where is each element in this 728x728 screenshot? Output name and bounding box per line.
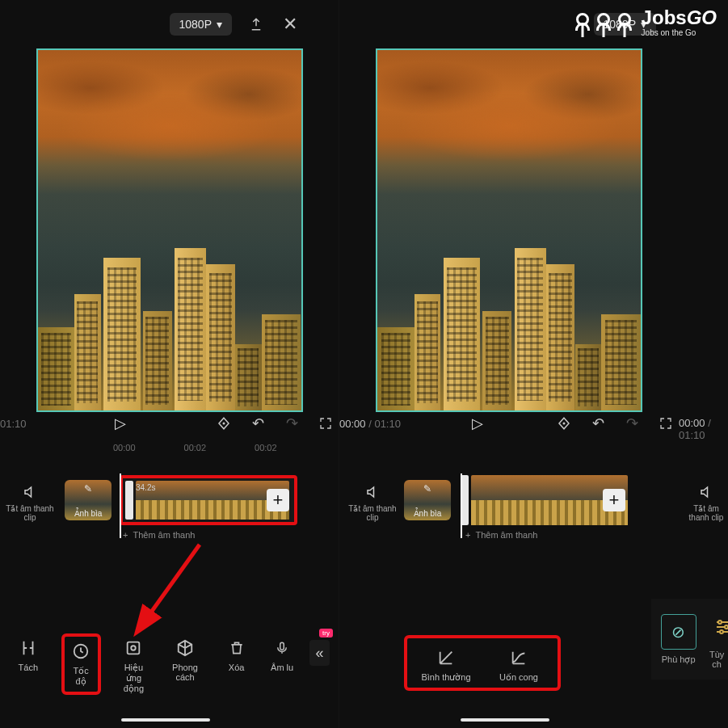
speed-tool[interactable]: Tốc độ bbox=[61, 633, 101, 695]
speed-icon bbox=[71, 642, 90, 661]
plus-icon: + bbox=[465, 530, 470, 540]
undo-icon[interactable]: ↶ bbox=[248, 414, 267, 433]
ruler-tick: 00:02 bbox=[184, 443, 207, 452]
prohibit-icon: ⊘ bbox=[661, 614, 696, 650]
add-clip-button[interactable]: + bbox=[603, 489, 625, 511]
custom-fit-button[interactable]: Tùy ch bbox=[705, 609, 728, 669]
add-audio-label: Thêm âm thanh bbox=[475, 530, 537, 540]
time-indicator: 00:00 / 01:10 bbox=[339, 418, 401, 430]
cover-label: Ảnh bìa bbox=[74, 509, 103, 518]
fit-label: Phù hợp bbox=[656, 654, 701, 665]
cover-label: Ảnh bìa bbox=[414, 509, 442, 518]
svg-point-4 bbox=[132, 646, 137, 650]
fit-panel: ⊘ Phù hợp Tùy ch bbox=[651, 599, 728, 680]
tool-label: Tốc độ bbox=[68, 666, 95, 687]
speaker-icon bbox=[364, 483, 381, 501]
delete-tool[interactable]: Xóa bbox=[218, 633, 255, 672]
speed-curve-button[interactable]: Uốn cong bbox=[486, 643, 551, 683]
fullscreen-icon[interactable] bbox=[656, 414, 675, 433]
video-preview[interactable] bbox=[339, 44, 679, 407]
clip-duration: 34.2s bbox=[136, 483, 155, 492]
ruler-tick: 00:00 bbox=[113, 443, 136, 452]
video-clip[interactable]: + bbox=[461, 475, 630, 525]
mute-clip-label: Tắt âm thanh clip bbox=[347, 504, 398, 522]
logo-tagline: Jobs on the Go bbox=[642, 29, 717, 37]
tool-label: Uốn cong bbox=[486, 672, 551, 683]
resolution-dropdown[interactable]: 1080P ▾ bbox=[170, 13, 232, 36]
svg-point-1 bbox=[563, 423, 565, 424]
animation-tool[interactable]: Hiệu ứng động bbox=[116, 633, 153, 694]
tool-label: Phong cách bbox=[166, 663, 204, 682]
svg-rect-3 bbox=[128, 642, 140, 654]
svg-point-0 bbox=[223, 423, 225, 424]
play-button[interactable]: ▷ bbox=[472, 414, 483, 432]
cover-thumbnail[interactable]: ✎ Ảnh bìa bbox=[404, 480, 451, 520]
tool-label: Tách bbox=[10, 663, 47, 672]
svg-point-7 bbox=[725, 625, 728, 629]
add-audio-button[interactable]: + Thêm âm thanh bbox=[465, 530, 537, 540]
video-preview[interactable] bbox=[0, 44, 339, 407]
keyframe-icon[interactable] bbox=[214, 414, 234, 433]
redo-icon[interactable]: ↷ bbox=[622, 414, 642, 433]
ruler-tick: 00:02 bbox=[255, 443, 277, 452]
sliders-icon bbox=[705, 609, 728, 645]
timeline-ruler[interactable] bbox=[339, 440, 679, 456]
mute-clip-label: Tắt âm thanh clip bbox=[684, 504, 728, 522]
pencil-icon: ✎ bbox=[84, 483, 92, 494]
time-indicator: 01:10 bbox=[0, 418, 27, 430]
mute-clip-button[interactable]: Tắt âm thanh clip bbox=[347, 483, 398, 522]
undo-icon[interactable]: ↶ bbox=[588, 414, 608, 433]
chevron-down-icon: ▾ bbox=[217, 18, 222, 31]
add-clip-button[interactable]: + bbox=[267, 489, 289, 511]
custom-label: Tùy ch bbox=[705, 650, 728, 669]
cover-thumbnail[interactable]: ✎ Ảnh bìa bbox=[65, 480, 112, 520]
export-icon[interactable] bbox=[246, 15, 266, 34]
fit-button[interactable]: ⊘ Phù hợp bbox=[656, 614, 701, 665]
tool-label: Xóa bbox=[218, 663, 255, 672]
try-badge: try bbox=[319, 629, 333, 638]
speed-mode-group: Bình thường Uốn cong bbox=[404, 635, 561, 691]
style-tool[interactable]: try Phong cách bbox=[166, 633, 204, 682]
home-indicator bbox=[461, 718, 549, 722]
trash-icon bbox=[227, 638, 246, 658]
collapse-tools-button[interactable]: « bbox=[309, 640, 330, 666]
split-tool[interactable]: Tách bbox=[10, 633, 47, 672]
mute-clip-label: Tắt âm thanh clip bbox=[5, 504, 55, 522]
home-indicator bbox=[121, 718, 210, 722]
redo-icon[interactable]: ↷ bbox=[282, 414, 301, 433]
speaker-icon bbox=[21, 483, 39, 501]
logo-brand: JobsGO bbox=[642, 8, 717, 27]
plus-icon: + bbox=[123, 530, 128, 540]
pencil-icon: ✎ bbox=[423, 483, 431, 494]
speed-normal-button[interactable]: Bình thường bbox=[414, 643, 478, 683]
video-clip[interactable]: 34.2s + bbox=[120, 475, 297, 525]
tool-label: Bình thường bbox=[414, 672, 478, 683]
play-button[interactable]: ▷ bbox=[115, 414, 126, 432]
playhead[interactable] bbox=[120, 473, 121, 538]
timeline-ruler[interactable]: 00:00 00:02 00:02 bbox=[0, 440, 339, 456]
cube-icon bbox=[175, 638, 195, 658]
record-tool[interactable]: Âm lu bbox=[269, 633, 294, 672]
split-icon bbox=[19, 638, 38, 658]
add-audio-label: Thêm âm thanh bbox=[133, 530, 195, 540]
jobsgo-logo: JobsGO Jobs on the Go bbox=[572, 8, 717, 37]
svg-point-6 bbox=[718, 621, 722, 624]
time-indicator: 00:00 / 01:10 bbox=[679, 417, 725, 441]
resolution-label: 1080P bbox=[179, 18, 212, 31]
clip-handle-left[interactable] bbox=[125, 481, 133, 520]
mic-icon bbox=[272, 638, 292, 658]
fullscreen-icon[interactable] bbox=[316, 414, 335, 433]
curve-icon bbox=[509, 648, 528, 667]
speaker-icon bbox=[697, 483, 715, 501]
linear-icon bbox=[436, 648, 456, 667]
svg-point-8 bbox=[720, 630, 723, 633]
animation-icon bbox=[124, 638, 143, 658]
svg-rect-5 bbox=[280, 642, 284, 650]
close-icon[interactable]: ✕ bbox=[280, 15, 300, 34]
add-audio-button[interactable]: + Thêm âm thanh bbox=[123, 530, 195, 540]
playhead[interactable] bbox=[461, 473, 462, 538]
tool-label: Âm lu bbox=[269, 663, 294, 672]
mute-clip-button[interactable]: Tắt âm thanh clip bbox=[5, 483, 55, 522]
mute-clip-button[interactable]: Tắt âm thanh clip bbox=[684, 483, 728, 522]
keyframe-icon[interactable] bbox=[554, 414, 574, 433]
